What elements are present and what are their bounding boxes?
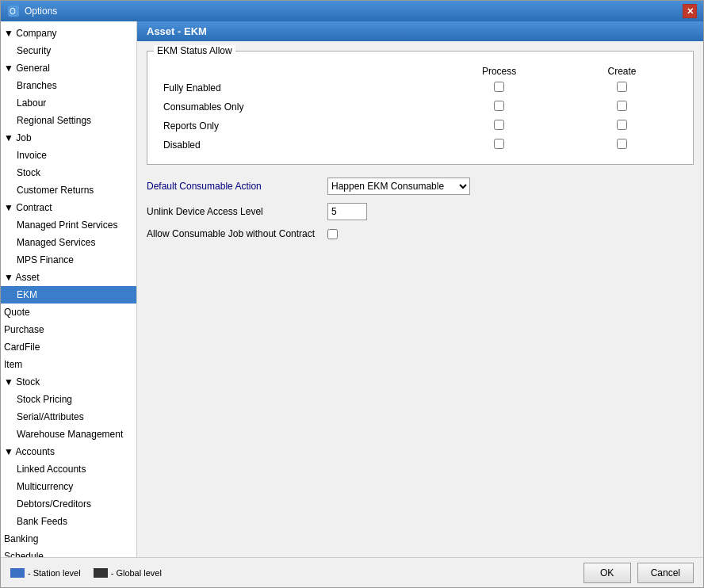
ekm-create-cell-2 (561, 116, 683, 136)
sidebar-item-quote[interactable]: Quote (1, 304, 136, 321)
ekm-process-cell-0 (438, 78, 561, 97)
sidebar-item-mps-finance[interactable]: MPS Finance (1, 251, 136, 269)
sidebar-item-purchase[interactable]: Purchase (1, 321, 136, 338)
station-color-box (10, 568, 25, 578)
unlink-device-input[interactable] (327, 203, 367, 220)
ekm-status-title: EKM Status Allow (154, 45, 235, 56)
col-label-header (157, 64, 438, 78)
col-process-header: Process (438, 64, 561, 78)
bottom-bar: - Station level - Global level OK Cancel (1, 557, 703, 587)
ekm-row-label-1: Consumables Only (157, 97, 438, 116)
ekm-create-checkbox-3[interactable] (617, 139, 627, 149)
ekm-row-0: Fully Enabled (157, 78, 683, 97)
close-button[interactable]: ✕ (683, 4, 697, 18)
sidebar-item-debtors-creditors[interactable]: Debtors/Creditors (1, 495, 136, 513)
content-header: Asset - EKM (137, 21, 703, 41)
sidebar-item-stock-cat[interactable]: ▼ Stock (1, 373, 136, 391)
ekm-create-cell-3 (561, 136, 683, 155)
ekm-process-cell-1 (438, 97, 561, 116)
sidebar-item-stock-pricing[interactable]: Stock Pricing (1, 391, 136, 408)
window-icon: O (7, 5, 20, 17)
sidebar-item-labour[interactable]: Labour (1, 94, 136, 112)
ekm-create-checkbox-1[interactable] (617, 101, 627, 111)
ekm-row-3: Disabled (157, 136, 683, 155)
legend-area: - Station level - Global level (10, 568, 162, 578)
ekm-row-label-0: Fully Enabled (157, 78, 438, 97)
svg-text:O: O (10, 7, 16, 16)
global-legend: - Global level (94, 568, 162, 578)
allow-consumable-row: Allow Consumable Job without Contract (147, 228, 694, 239)
sidebar-item-managed-services[interactable]: Managed Services (1, 234, 136, 251)
sidebar-item-customer-returns[interactable]: Customer Returns (1, 181, 136, 199)
sidebar-item-multicurrency[interactable]: Multicurrency (1, 478, 136, 495)
global-legend-label: - Global level (111, 568, 162, 578)
ekm-process-cell-2 (438, 116, 561, 136)
sidebar-item-managed-print-services[interactable]: Managed Print Services (1, 216, 136, 234)
sidebar-item-schedule[interactable]: Schedule (1, 548, 136, 557)
ekm-process-checkbox-0[interactable] (494, 82, 504, 92)
sidebar-item-general[interactable]: ▼ General (1, 59, 136, 77)
sidebar-item-invoice[interactable]: Invoice (1, 147, 136, 164)
sidebar-item-stock[interactable]: Stock (1, 164, 136, 181)
sidebar-item-banking[interactable]: Banking (1, 530, 136, 548)
main-area: ▼ CompanySecurity▼ GeneralBranchesLabour… (1, 21, 703, 557)
sidebar: ▼ CompanySecurity▼ GeneralBranchesLabour… (1, 21, 137, 557)
default-consumable-row: Default Consumable Action Happen EKM Con… (147, 178, 694, 195)
ekm-process-checkbox-2[interactable] (494, 120, 504, 130)
col-create-header: Create (561, 64, 683, 78)
ekm-process-cell-3 (438, 136, 561, 155)
title-bar: O Options ✕ (1, 1, 703, 21)
sidebar-item-job[interactable]: ▼ Job (1, 129, 136, 147)
allow-consumable-checkbox[interactable] (327, 229, 338, 239)
sidebar-item-regional-settings[interactable]: Regional Settings (1, 112, 136, 129)
sidebar-item-ekm[interactable]: EKM (1, 286, 136, 304)
ekm-row-1: Consumables Only (157, 97, 683, 116)
sidebar-item-branches[interactable]: Branches (1, 77, 136, 94)
content-body: EKM Status Allow Process Create Fully En… (137, 41, 703, 557)
sidebar-item-item[interactable]: Item (1, 356, 136, 373)
default-consumable-select[interactable]: Happen EKM ConsumableOption 2Option 3 (327, 178, 470, 195)
sidebar-item-accounts[interactable]: ▼ Accounts (1, 443, 136, 460)
default-consumable-label: Default Consumable Action (147, 181, 321, 192)
station-legend-label: - Station level (28, 568, 81, 578)
window-title: Options (25, 6, 57, 17)
station-legend: - Station level (10, 568, 81, 578)
options-window: O Options ✕ ▼ CompanySecurity▼ GeneralBr… (0, 0, 704, 588)
sidebar-item-company[interactable]: ▼ Company (1, 25, 136, 42)
sidebar-item-contract[interactable]: ▼ Contract (1, 199, 136, 216)
ekm-status-group: EKM Status Allow Process Create Fully En… (147, 51, 694, 165)
ekm-row-label-2: Reports Only (157, 116, 438, 136)
ekm-create-checkbox-2[interactable] (617, 120, 627, 130)
sidebar-item-asset[interactable]: ▼ Asset (1, 269, 136, 286)
ekm-create-checkbox-0[interactable] (617, 82, 627, 92)
ekm-status-table: Process Create Fully EnabledConsumables … (157, 64, 683, 155)
ekm-process-checkbox-3[interactable] (494, 139, 504, 149)
sidebar-item-bank-feeds[interactable]: Bank Feeds (1, 513, 136, 530)
allow-consumable-label: Allow Consumable Job without Contract (147, 228, 321, 239)
global-color-box (94, 568, 108, 578)
sidebar-item-linked-accounts[interactable]: Linked Accounts (1, 460, 136, 478)
sidebar-item-cardfile[interactable]: CardFile (1, 338, 136, 356)
content-area: Asset - EKM EKM Status Allow Process Cre… (137, 21, 703, 557)
cancel-button[interactable]: Cancel (637, 563, 694, 583)
unlink-device-label: Unlink Device Access Level (147, 206, 321, 217)
ekm-row-2: Reports Only (157, 116, 683, 136)
ekm-process-checkbox-1[interactable] (494, 101, 504, 111)
ekm-create-cell-0 (561, 78, 683, 97)
sidebar-item-serial-attributes[interactable]: Serial/Attributes (1, 408, 136, 426)
sidebar-item-security[interactable]: Security (1, 42, 136, 59)
ekm-row-label-3: Disabled (157, 136, 438, 155)
unlink-device-row: Unlink Device Access Level (147, 203, 694, 220)
sidebar-item-warehouse-management[interactable]: Warehouse Management (1, 426, 136, 443)
ok-button[interactable]: OK (583, 563, 631, 583)
ekm-create-cell-1 (561, 97, 683, 116)
button-area: OK Cancel (583, 563, 694, 583)
